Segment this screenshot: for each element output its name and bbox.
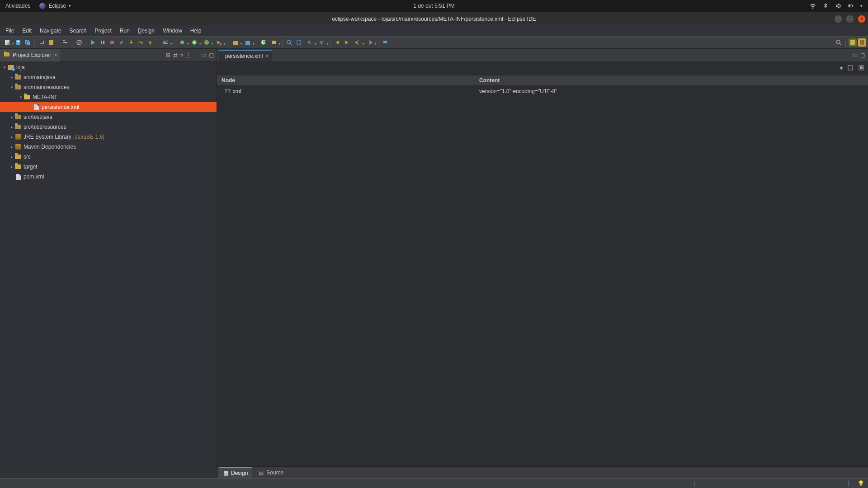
debug-button[interactable] (177, 38, 188, 47)
tree-note: [JavaSE-1.6] (73, 134, 104, 140)
terminate-button[interactable] (108, 38, 116, 47)
menu-run[interactable]: Run (116, 26, 133, 35)
menu-navigate[interactable]: Navigate (36, 26, 65, 35)
status-menu-icon[interactable]: ⋮ (846, 480, 851, 487)
tree-item-meta-inf[interactable]: ▾ META-INF (0, 92, 217, 102)
project-icon (7, 64, 14, 71)
tree-item-src-test-resources[interactable]: ▸ src/test/resources (0, 122, 217, 132)
status-menu-icon[interactable]: ⋮ (692, 480, 698, 487)
filter-button[interactable]: ▿ (180, 52, 183, 58)
tree-item-src-main-java[interactable]: ▸ src/main/java (0, 72, 217, 82)
tree-project[interactable]: ▾ loja (0, 62, 217, 72)
save-button[interactable] (14, 38, 22, 47)
xml-row[interactable]: ?? xml version="1.0" encoding="UTF-8" (217, 86, 868, 97)
menu-search[interactable]: Search (66, 26, 90, 35)
svg-rect-28 (233, 41, 238, 45)
tree-item-src[interactable]: ▸ src (0, 152, 217, 162)
suspend-button[interactable] (99, 38, 107, 47)
menu-window[interactable]: Window (159, 26, 186, 35)
annotation-button[interactable] (304, 38, 315, 47)
back-button[interactable] (333, 38, 341, 47)
chevron-down-icon[interactable]: ▾ (860, 4, 863, 8)
run-last-button[interactable] (213, 38, 224, 47)
new-java-package-button[interactable] (242, 38, 253, 47)
step-into-button[interactable] (127, 38, 135, 47)
column-node[interactable]: Node (217, 75, 475, 85)
step-over-button[interactable] (137, 38, 145, 47)
next-annotation-button[interactable] (316, 38, 327, 47)
collapse-all-icon[interactable]: ▾ (840, 65, 843, 71)
volume-icon[interactable] (835, 3, 841, 9)
minimize-button[interactable]: – (835, 15, 842, 23)
wifi-icon[interactable] (810, 3, 816, 9)
undo-typing-button[interactable] (38, 38, 46, 47)
resume-button[interactable] (89, 38, 97, 47)
maximize-editor-button[interactable]: ▢ (860, 52, 865, 58)
expand-all-icon[interactable] (847, 65, 854, 72)
column-content[interactable]: Content (475, 75, 504, 85)
svg-rect-45 (848, 66, 853, 70)
tree-item-pom[interactable]: pom.xml (0, 172, 217, 182)
minimize-editor-button[interactable]: ▭ (853, 52, 858, 58)
tree-item-maven-deps[interactable]: ▸ Maven Dependencies (0, 142, 217, 152)
window-title: eclipse-workspace - loja/src/main/resour… (332, 16, 536, 22)
align-button[interactable] (160, 38, 171, 47)
editor-panel: persistence.xml × ▭ ▢ ▾ Node Content ?? … (217, 49, 868, 478)
new-class-button[interactable]: C (259, 38, 267, 47)
tip-icon[interactable]: 💡 (858, 480, 864, 487)
svg-point-4 (7, 42, 10, 45)
maximize-view-button[interactable]: ▢ (209, 52, 214, 58)
tree-item-persistence-xml[interactable]: persistence.xml (0, 102, 217, 112)
menu-file[interactable]: File (2, 26, 18, 35)
link-editor-button[interactable]: ⇄ (173, 52, 178, 58)
validate-icon[interactable] (858, 65, 864, 72)
app-menu-label: Eclipse (48, 3, 66, 9)
tab-design[interactable]: ▦ Design (219, 467, 252, 478)
run-button[interactable] (189, 38, 200, 47)
history-forward-button[interactable] (364, 38, 375, 47)
search-button[interactable] (285, 38, 293, 47)
tree-item-jre[interactable]: ▸ JRE System Library [JavaSE-1.6] (0, 132, 217, 142)
close-icon[interactable]: × (265, 53, 269, 59)
perspective-button[interactable] (849, 38, 857, 47)
menu-design[interactable]: Design (134, 26, 158, 35)
toggle-breadcrumb-button[interactable] (61, 38, 69, 47)
close-icon[interactable]: × (54, 52, 57, 58)
open-type-button[interactable] (47, 38, 55, 47)
save-all-button[interactable] (24, 38, 32, 47)
close-button[interactable]: ✕ (858, 15, 865, 23)
new-button[interactable] (2, 38, 13, 47)
activities-button[interactable]: Atividades (5, 3, 30, 9)
menubar: File Edit Navigate Search Project Run De… (0, 25, 868, 36)
minimize-view-button[interactable]: ▭ (201, 52, 206, 58)
forward-button[interactable] (343, 38, 351, 47)
menu-edit[interactable]: Edit (19, 26, 35, 35)
tab-persistence-xml[interactable]: persistence.xml × (219, 50, 272, 61)
project-tree[interactable]: ▾ loja ▸ src/main/java ▾ src/main/resour… (0, 61, 217, 478)
view-menu-button[interactable]: ⋮ (186, 52, 191, 58)
skip-breakpoints-button[interactable] (75, 38, 83, 47)
clock[interactable]: 1 de out 5:51 PM (413, 3, 454, 9)
bluetooth-icon[interactable] (822, 3, 829, 9)
history-back-button[interactable] (352, 38, 363, 47)
coverage-button[interactable] (201, 38, 212, 47)
open-task-button[interactable] (269, 38, 279, 47)
tab-source[interactable]: ▤ Source (254, 468, 288, 478)
app-menu[interactable]: Eclipse ▾ (39, 3, 71, 9)
disconnect-button[interactable] (118, 38, 126, 47)
new-java-project-button[interactable] (230, 38, 241, 47)
open-perspective-button[interactable] (858, 38, 866, 47)
toggle-mark-button[interactable] (295, 38, 303, 47)
pin-editor-button[interactable] (381, 38, 389, 47)
tree-item-src-main-resources[interactable]: ▾ src/main/resources (0, 82, 217, 92)
tree-item-target[interactable]: ▸ target (0, 162, 217, 172)
menu-help[interactable]: Help (187, 26, 205, 35)
collapse-all-button[interactable]: ⊟ (166, 52, 170, 58)
quick-access-button[interactable] (835, 38, 843, 47)
tree-item-src-test-java[interactable]: ▸ src/test/java (0, 112, 217, 122)
menu-project[interactable]: Project (91, 26, 115, 35)
maximize-button[interactable]: ▢ (846, 15, 854, 23)
battery-icon[interactable] (848, 3, 854, 9)
step-return-button[interactable] (146, 38, 154, 47)
tab-project-explorer[interactable]: Project Explorer × (0, 49, 60, 61)
